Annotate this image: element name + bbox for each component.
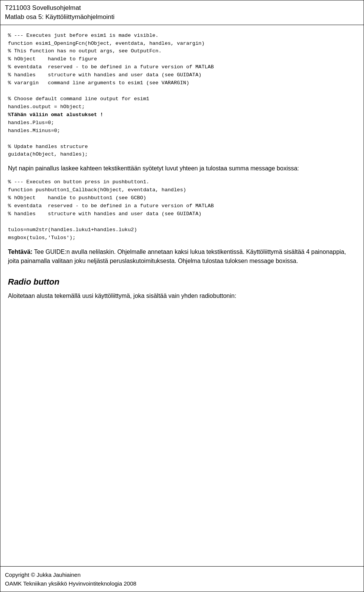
page-title: T211003 Sovellusohjelmat Matlab osa 5: K… [5, 3, 359, 22]
header-line1: T211003 Sovellusohjelmat [5, 4, 81, 11]
header-line2: Matlab osa 5: Käyttöliittymäohjelmointi [5, 13, 115, 20]
code2-line-6 [8, 219, 11, 225]
code-line-8 [8, 88, 11, 94]
code-line-11: %Tähän väliin omat alustukset ! [8, 112, 103, 118]
copyright-label: Copyright [5, 572, 29, 578]
code-line-16: guidata(hObject, handles); [8, 151, 88, 157]
prose-section-2: Tehtävä: Tee GUIDE:n avulla nelilaskin. … [8, 247, 356, 266]
tehtava-body: Tee GUIDE:n avulla nelilaskin. Ohjelmall… [8, 249, 346, 264]
code-line-10: handles.output = hObject; [8, 104, 85, 110]
code-line-14 [8, 136, 11, 142]
code-line-4: % hObject handle to figure [8, 56, 97, 62]
tehtava-label: Tehtävä: [8, 249, 33, 255]
code2-line-8: msgbox(tulos,'Tulos'); [8, 235, 75, 241]
code-line-5: % eventdata reserved - to be defined in … [8, 64, 214, 70]
copyright-name: Jukka Jauhiainen [37, 572, 81, 578]
radio-button-heading: Radio button [8, 277, 356, 287]
code2-line-4: % eventdata reserved - to be defined in … [8, 203, 214, 209]
code-line-13: handles.Miinus=0; [8, 128, 60, 134]
code2-line-1: % --- Executes on button press in pushbu… [8, 179, 149, 185]
code2-line-2: function pushbutton1_Callback(hObject, e… [8, 187, 186, 193]
code-line-1: % --- Executes just before esim1 is made… [8, 33, 158, 38]
copyright-symbol: © [31, 572, 36, 578]
code2-line-7: tulos=num2str(handles.luku1+handles.luku… [8, 227, 137, 233]
code2-line-5: % handles structure with handles and use… [8, 211, 201, 217]
code-line-9: % Choose default command line output for… [8, 96, 149, 102]
code-line-2: function esim1_OpeningFcn(hObject, event… [8, 41, 204, 46]
page-header: T211003 Sovellusohjelmat Matlab osa 5: K… [0, 0, 364, 25]
code-section-2: % --- Executes on button press in pushbu… [8, 178, 356, 242]
code-line-7: % varargin command line arguments to esi… [8, 80, 189, 86]
code-line-15: % Update handles structure [8, 144, 88, 150]
footer-line1: Copyright © Jukka Jauhiainen [5, 570, 359, 579]
code2-line-3: % hObject handle to pushbutton1 (see GCB… [8, 195, 146, 201]
prose-section-3: Aloitetaan alusta tekemällä uusi käyttöl… [8, 291, 356, 301]
code-line-3: % This function has no output args, see … [8, 48, 162, 54]
code-section-1: % --- Executes just before esim1 is made… [8, 32, 356, 159]
prose-section-1: Nyt napin painallus laskee kahteen tekst… [8, 164, 356, 173]
page-footer: Copyright © Jukka Jauhiainen OAMK Teknii… [0, 566, 364, 592]
footer-line2: OAMK Tekniikan yksikkö Hyvinvointiteknol… [5, 579, 359, 588]
code-line-12: handles.Plus=0; [8, 120, 54, 126]
main-content: % --- Executes just before esim1 is made… [0, 25, 364, 566]
prose3-text: Aloitetaan alusta tekemällä uusi käyttöl… [8, 293, 236, 299]
page-wrapper: T211003 Sovellusohjelmat Matlab osa 5: K… [0, 0, 364, 592]
prose1-text: Nyt napin painallus laskee kahteen tekst… [8, 165, 299, 172]
code-line-6: % handles structure with handles and use… [8, 72, 201, 78]
